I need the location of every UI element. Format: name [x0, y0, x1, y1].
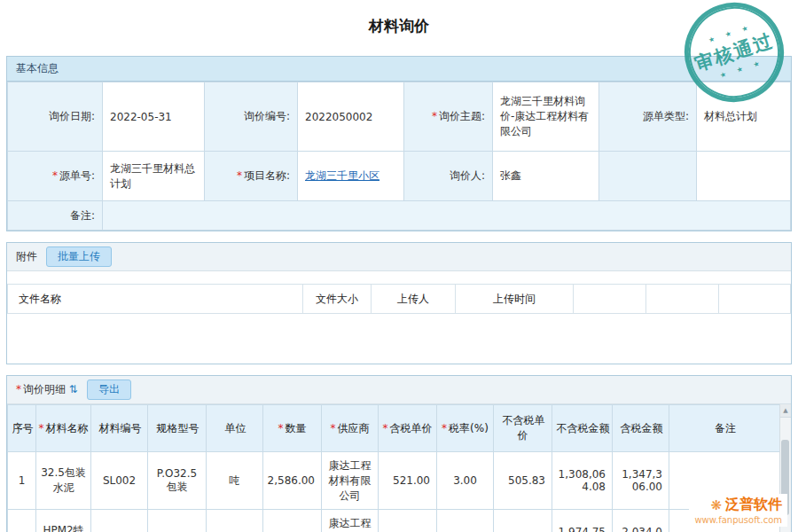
cell-qty: 4,500.00 — [263, 510, 322, 532]
col-file-size: 文件大小 — [303, 285, 372, 314]
field-label: 源单类型: — [643, 110, 689, 122]
cell-tax-rate: 3.00 — [437, 452, 494, 510]
col-empty-3 — [719, 285, 791, 314]
col-uploader: 上传人 — [372, 285, 456, 314]
attachments-table: 文件名称 文件大小 上传人 上传时间 — [7, 284, 791, 314]
field-label: 询价人: — [450, 169, 485, 182]
details-header: *询价明细 ⇅ 导出 — [7, 376, 791, 404]
remark-value — [103, 201, 791, 231]
source-type-value: 材料总计划 — [697, 82, 791, 152]
cell-qty: 2,586.00 — [263, 452, 322, 510]
cell-supplier: 康达工程材料有限公司 — [322, 510, 379, 532]
attachments-panel: 附件 批量上传 文件名称 文件大小 上传人 上传时间 — [6, 242, 792, 364]
remark-label: 备注: — [8, 201, 103, 231]
required-mark: * — [432, 110, 437, 122]
details-panel: *询价明细 ⇅ 导出 序号 *材料名称 材料编号 规格型号 单位 *数量 *供应… — [6, 375, 792, 532]
cell-seq: 2 — [8, 510, 36, 532]
cell-amount-tax: 2,034,000.00 — [613, 510, 669, 532]
col-upload-time: 上传时间 — [456, 285, 574, 314]
details-table-wrap: 序号 *材料名称 材料编号 规格型号 单位 *数量 *供应商 *含税单价 *税率… — [7, 404, 791, 532]
details-title: *询价明细 ⇅ — [16, 382, 78, 397]
cell-material-code: SL002 — [91, 452, 148, 510]
field-label: 询价日期: — [49, 110, 95, 122]
cell-price-tax: 452.00 — [379, 510, 437, 532]
field-label: 询价主题: — [439, 110, 485, 122]
cell-tax-rate: 3.00 — [437, 510, 494, 532]
col-material-code: 材料编号 — [91, 405, 148, 452]
cell-material-code: GJG0059 — [91, 510, 148, 532]
attachments-header: 附件 批量上传 — [7, 243, 791, 271]
required-mark: * — [52, 169, 58, 182]
inquiry-subject-label: *询价主题: — [404, 82, 493, 152]
col-spec: 规格型号 — [148, 405, 207, 452]
batch-upload-button[interactable]: 批量上传 — [46, 246, 112, 267]
col-price-tax: *含税单价 — [379, 405, 437, 452]
fanpu-logo-icon: ❋ — [710, 497, 722, 513]
details-header-row: 序号 *材料名称 材料编号 规格型号 单位 *数量 *供应商 *含税单价 *税率… — [8, 405, 780, 452]
brand-name: 泛普软件 — [725, 496, 782, 514]
basic-info-form: 询价日期: 2022-05-31 询价编号: 2022050002 *询价主题:… — [7, 82, 791, 231]
basic-info-header: 基本信息 — [7, 57, 791, 82]
col-supplier: *供应商 — [322, 405, 379, 452]
cell-spec: P.O32.5包装 — [148, 452, 207, 510]
project-link[interactable]: 龙湖三千里小区 — [305, 169, 379, 182]
inquirer-label: 询价人: — [404, 152, 493, 201]
source-type-label: 源单类型: — [599, 82, 697, 152]
inquirer-value: 张鑫 — [493, 152, 599, 201]
col-qty: *数量 — [263, 405, 322, 452]
detail-row-2: 2 HPM2特殊钢材 GJG0059 Φ90 吨 4,500.00 康达工程材料… — [8, 510, 780, 532]
detail-row-1: 1 32.5包装水泥 SL002 P.O32.5包装 吨 2,586.00 康达… — [8, 452, 780, 510]
inquiry-no-value: 2022050002 — [298, 82, 404, 152]
sort-icon[interactable]: ⇅ — [69, 383, 78, 395]
col-amount-tax: 含税金额 — [613, 405, 669, 452]
form-row-1: 询价日期: 2022-05-31 询价编号: 2022050002 *询价主题:… — [8, 82, 791, 152]
inquiry-date-label: 询价日期: — [8, 82, 103, 152]
col-file-name: 文件名称 — [8, 285, 303, 314]
cell-amount-notax: 1,974,757.28 — [552, 510, 613, 532]
cell-amount-tax: 1,347,306.00 — [613, 452, 669, 510]
form-row-2: *源单号: 龙湖三千里材料总计划 *项目名称: 龙湖三千里小区 询价人: 张鑫 — [8, 152, 791, 201]
cell-supplier: 康达工程材料有限公司 — [322, 452, 379, 510]
field-label: 备注: — [70, 209, 95, 222]
attachments-header-row: 文件名称 文件大小 上传人 上传时间 — [8, 285, 791, 314]
basic-info-panel: 基本信息 询价日期: 2022-05-31 询价编号: 2022050002 *… — [6, 56, 792, 231]
col-price-notax: 不含税单价 — [494, 405, 552, 452]
page-title: 材料询价 — [0, 0, 798, 47]
cell-material-name: HPM2特殊钢材 — [36, 510, 91, 532]
form-row-3: 备注: — [8, 201, 791, 231]
cell-price-tax: 521.00 — [379, 452, 437, 510]
empty-label — [599, 152, 697, 201]
col-empty-2 — [646, 285, 719, 314]
cell-spec: Φ90 — [148, 510, 207, 532]
export-button[interactable]: 导出 — [87, 379, 131, 400]
scroll-up-arrow[interactable]: ▲ — [780, 404, 791, 418]
source-no-value: 龙湖三千里材料总计划 — [103, 152, 205, 201]
cell-material-name: 32.5包装水泥 — [36, 452, 91, 510]
inquiry-date-value: 2022-05-31 — [103, 82, 205, 152]
empty-value — [697, 152, 791, 201]
col-unit: 单位 — [207, 405, 263, 452]
field-label: 询价编号: — [244, 110, 290, 122]
field-label: 项目名称: — [244, 169, 290, 182]
col-amount-notax: 不含税金额 — [552, 405, 613, 452]
col-tax-rate: *税率(%) — [437, 405, 494, 452]
cell-unit: 吨 — [207, 510, 263, 532]
brand-url: www.fanpusoft.com — [694, 515, 782, 525]
required-mark: * — [237, 169, 242, 182]
col-empty-1 — [574, 285, 646, 314]
cell-seq: 1 — [8, 452, 36, 510]
source-no-label: *源单号: — [8, 152, 103, 201]
cell-unit: 吨 — [207, 452, 263, 510]
cell-amount-notax: 1,308,064.08 — [552, 452, 613, 510]
site-watermark: ❋ 泛普软件 www.fanpusoft.com — [689, 494, 787, 527]
project-name-label: *项目名称: — [205, 152, 298, 201]
attachments-title: 附件 — [16, 249, 37, 264]
inquiry-subject-value: 龙湖三千里材料询价-康达工程材料有限公司 — [493, 82, 599, 152]
details-table: 序号 *材料名称 材料编号 规格型号 单位 *数量 *供应商 *含税单价 *税率… — [7, 404, 780, 532]
cell-price-notax: 438.83 — [494, 510, 552, 532]
col-material-name: *材料名称 — [36, 405, 91, 452]
inquiry-no-label: 询价编号: — [205, 82, 298, 152]
project-name-value: 龙湖三千里小区 — [298, 152, 404, 201]
col-seq: 序号 — [8, 405, 36, 452]
required-mark: * — [16, 383, 21, 395]
